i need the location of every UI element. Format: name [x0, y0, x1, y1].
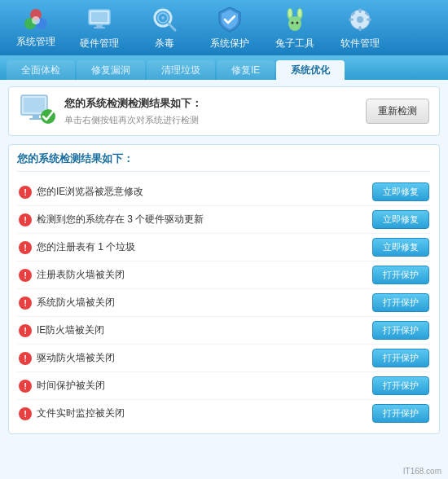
- nav-software[interactable]: 软件管理: [329, 4, 391, 51]
- software-icon: [346, 6, 374, 33]
- result-left: ! 您的注册表有 1 个垃圾: [19, 240, 372, 254]
- svg-rect-29: [33, 115, 39, 118]
- tab-sys-optimize[interactable]: 系统优化: [276, 60, 345, 80]
- warning-icon: !: [19, 213, 32, 226]
- svg-point-15: [288, 9, 292, 17]
- result-left: ! 您的IE浏览器被恶意修改: [19, 185, 372, 199]
- result-row: ! 检测到您的系统存在 3 个硬件驱动更新 立即修复: [17, 206, 431, 234]
- results-title: 您的系统检测结果如下：: [17, 152, 431, 172]
- svg-rect-7: [94, 27, 105, 29]
- result-text: 时间保护被关闭: [37, 379, 105, 393]
- sysprotect-icon: [216, 6, 244, 33]
- result-row: ! 注册表防火墙被关闭 打开保护: [17, 261, 431, 289]
- kill-icon: [151, 6, 178, 33]
- action-btn-7[interactable]: 打开保护: [372, 376, 429, 395]
- result-row: ! 系统防火墙被关闭 打开保护: [17, 289, 431, 317]
- svg-point-3: [32, 16, 40, 24]
- rabbit-icon: [281, 6, 309, 33]
- result-text: 系统防火墙被关闭: [37, 296, 115, 310]
- logo-area[interactable]: 系统管理: [7, 4, 65, 51]
- svg-rect-21: [359, 8, 362, 13]
- svg-point-11: [161, 16, 165, 20]
- warning-icon: !: [19, 186, 32, 199]
- svg-rect-6: [96, 24, 103, 27]
- svg-line-10: [169, 24, 175, 30]
- warning-icon: !: [19, 380, 32, 393]
- result-row: ! 您的注册表有 1 个垃圾 立即修复: [17, 234, 431, 261]
- results-section: 您的系统检测结果如下： ! 您的IE浏览器被恶意修改 立即修复 ! 检测到您的系…: [8, 144, 440, 434]
- action-btn-8[interactable]: 打开保护: [372, 404, 429, 423]
- tab-full-check[interactable]: 全面体检: [7, 60, 75, 80]
- warning-icon: !: [19, 269, 32, 282]
- result-text: IE防火墙被关闭: [37, 323, 104, 337]
- svg-point-16: [298, 9, 301, 17]
- result-text: 您的IE浏览器被恶意修改: [37, 185, 143, 199]
- svg-rect-23: [349, 18, 354, 20]
- action-btn-6[interactable]: 打开保护: [372, 349, 429, 367]
- nav-sysprotect[interactable]: 系统保护: [199, 4, 261, 51]
- result-left: ! 注册表防火墙被关闭: [19, 268, 372, 282]
- result-row: ! 时间保护被关闭 打开保护: [17, 372, 431, 400]
- tab-repair-ie[interactable]: 修复IE: [217, 60, 275, 80]
- svg-point-18: [296, 21, 299, 24]
- nav-sysprotect-label: 系统保护: [210, 37, 249, 51]
- result-text: 驱动防火墙被关闭: [37, 351, 115, 365]
- footer-watermark: IT168.com: [403, 467, 441, 476]
- logo-icon: [23, 7, 49, 33]
- tab-clean-junk[interactable]: 清理垃圾: [147, 60, 215, 80]
- action-btn-3[interactable]: 打开保护: [372, 266, 429, 284]
- nav-rabbit-label: 兔子工具: [275, 37, 314, 51]
- monitor-icon: [19, 94, 56, 129]
- top-nav: 系统管理 硬件管理 杀毒: [0, 0, 448, 55]
- action-btn-4[interactable]: 打开保护: [372, 293, 429, 312]
- warning-icon: !: [19, 241, 32, 254]
- nav-hardware[interactable]: 硬件管理: [68, 4, 130, 51]
- action-btn-5[interactable]: 打开保护: [372, 321, 429, 340]
- warning-icon: !: [19, 407, 32, 420]
- svg-rect-5: [91, 12, 108, 22]
- warning-icon: !: [19, 297, 32, 310]
- result-left: ! 驱动防火墙被关闭: [19, 351, 372, 365]
- result-left: ! 文件实时监控被关闭: [19, 406, 372, 420]
- action-btn-1[interactable]: 立即修复: [372, 210, 429, 229]
- tabs-bar: 全面体检 修复漏洞 清理垃圾 修复IE 系统优化: [0, 55, 448, 80]
- result-row: ! IE防火墙被关闭 打开保护: [17, 317, 431, 345]
- summary-box: 您的系统检测检测结果如下： 单击右侧按钮再次对系统进行检测 重新检测: [8, 86, 440, 136]
- result-row: ! 您的IE浏览器被恶意修改 立即修复: [17, 178, 431, 206]
- summary-text: 您的系统检测检测结果如下： 单击右侧按钮再次对系统进行检测: [64, 96, 202, 126]
- warning-icon: !: [19, 352, 32, 365]
- result-left: ! 时间保护被关闭: [19, 379, 372, 393]
- result-text: 检测到您的系统存在 3 个硬件驱动更新: [37, 213, 204, 226]
- summary-subtitle: 单击右侧按钮再次对系统进行检测: [64, 114, 202, 126]
- result-left: ! 检测到您的系统存在 3 个硬件驱动更新: [19, 213, 372, 226]
- nav-kill[interactable]: 杀毒: [134, 4, 195, 51]
- action-btn-2[interactable]: 立即修复: [372, 238, 429, 257]
- summary-title: 您的系统检测检测结果如下：: [64, 96, 202, 111]
- result-left: ! IE防火墙被关闭: [19, 323, 372, 337]
- svg-rect-30: [29, 118, 42, 120]
- warning-icon: !: [19, 324, 32, 337]
- nav-software-label: 软件管理: [340, 37, 380, 51]
- svg-rect-24: [367, 18, 371, 20]
- logo-label: 系统管理: [16, 35, 55, 49]
- nav-rabbit[interactable]: 兔子工具: [264, 4, 326, 51]
- hardware-icon: [86, 6, 113, 33]
- svg-point-17: [292, 21, 294, 24]
- summary-left: 您的系统检测检测结果如下： 单击右侧按钮再次对系统进行检测: [19, 94, 202, 129]
- result-text: 注册表防火墙被关闭: [37, 268, 125, 282]
- result-text: 您的注册表有 1 个垃圾: [37, 240, 135, 254]
- result-row: ! 文件实时监控被关闭 打开保护: [17, 400, 431, 427]
- result-text: 文件实时监控被关闭: [37, 406, 125, 420]
- svg-point-20: [357, 16, 363, 23]
- svg-rect-28: [24, 98, 45, 112]
- result-left: ! 系统防火墙被关闭: [19, 296, 372, 310]
- recheck-button[interactable]: 重新检测: [366, 99, 429, 124]
- nav-hardware-label: 硬件管理: [80, 37, 119, 51]
- main-content: 您的系统检测检测结果如下： 单击右侧按钮再次对系统进行检测 重新检测 您的系统检…: [0, 80, 448, 479]
- action-btn-0[interactable]: 立即修复: [372, 182, 429, 201]
- svg-rect-22: [359, 26, 362, 31]
- result-row: ! 驱动防火墙被关闭 打开保护: [17, 345, 431, 372]
- nav-kill-label: 杀毒: [155, 37, 174, 51]
- tab-repair-missing[interactable]: 修复漏洞: [77, 60, 145, 80]
